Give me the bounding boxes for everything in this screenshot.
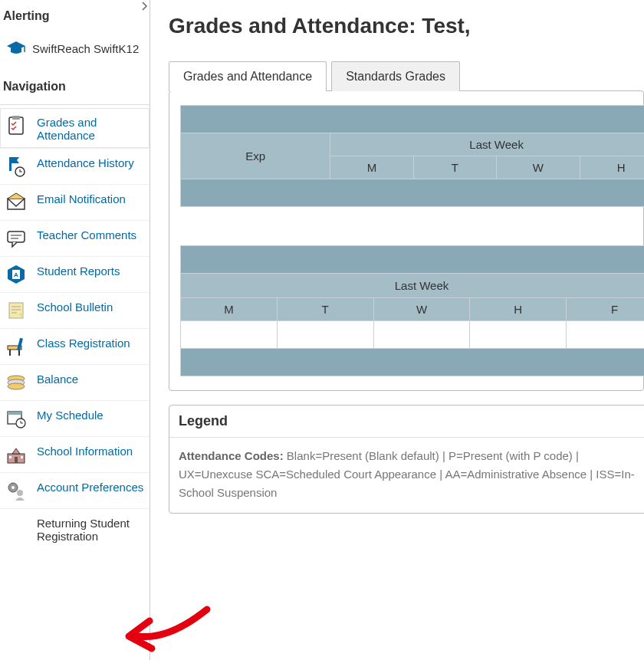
sidebar-item-attendance-history[interactable]: Attendance History bbox=[0, 148, 150, 184]
attendance-panel: Exp Last Week M T W H Last Week M T W bbox=[169, 90, 644, 391]
legend-panel: Legend Attendance Codes: Blank=Present (… bbox=[169, 405, 644, 514]
sidebar-item-label: Email Notification bbox=[37, 191, 126, 205]
sidebar-item-my-schedule[interactable]: My Schedule bbox=[0, 400, 150, 436]
navigation-header: Navigation bbox=[0, 66, 150, 101]
sidebar-item-label: SwiftReach SwiftK12 bbox=[32, 42, 139, 55]
tabs: Grades and Attendance Standards Grades bbox=[169, 61, 644, 91]
col-day: F bbox=[567, 298, 644, 321]
graduation-cap-icon bbox=[5, 37, 28, 60]
sidebar-item-label: Teacher Comments bbox=[37, 227, 136, 241]
table-row bbox=[181, 321, 645, 349]
blank-icon bbox=[5, 515, 28, 538]
legend-title: Legend bbox=[169, 406, 644, 438]
note-icon bbox=[5, 299, 28, 322]
sidebar-item-teacher-comments[interactable]: Teacher Comments bbox=[0, 220, 150, 256]
col-group-last-week: Last Week bbox=[330, 133, 644, 156]
col-day: W bbox=[373, 298, 470, 321]
col-day: W bbox=[497, 156, 580, 179]
tab-grades-attendance[interactable]: Grades and Attendance bbox=[169, 61, 327, 91]
legend-text: Attendance Codes: Blank=Present (Blank d… bbox=[169, 438, 644, 502]
svg-rect-18 bbox=[17, 338, 23, 350]
gear-people-icon bbox=[5, 479, 28, 502]
svg-point-21 bbox=[8, 383, 25, 389]
svg-rect-3 bbox=[9, 157, 12, 171]
svg-rect-2 bbox=[12, 116, 20, 120]
nav-list: Grades and Attendance Attendance History… bbox=[0, 108, 150, 549]
sidebar-item-label: Class Registration bbox=[37, 335, 130, 350]
col-day: T bbox=[277, 298, 373, 321]
sidebar-item-class-registration[interactable]: Class Registration bbox=[0, 328, 150, 364]
sidebar-item-returning-student-registration[interactable]: Returning Student Registration bbox=[0, 508, 150, 549]
alerting-header: Alerting bbox=[0, 6, 150, 31]
svg-rect-26 bbox=[15, 457, 18, 463]
col-day: M bbox=[330, 156, 413, 179]
col-day: M bbox=[181, 298, 278, 321]
col-exp: Exp bbox=[181, 133, 330, 179]
sidebar-item-school-bulletin[interactable]: School Bulletin bbox=[0, 292, 150, 328]
sidebar-item-swiftreach[interactable]: SwiftReach SwiftK12 bbox=[0, 31, 150, 66]
envelope-icon bbox=[5, 191, 28, 214]
svg-rect-1 bbox=[9, 117, 23, 134]
sidebar-item-label: School Bulletin bbox=[37, 299, 113, 314]
flag-clock-icon bbox=[5, 155, 28, 178]
sidebar: Alerting SwiftReach SwiftK12 Navigation … bbox=[0, 0, 150, 660]
svg-point-30 bbox=[12, 486, 15, 489]
collapse-icon[interactable] bbox=[139, 0, 151, 12]
col-day: T bbox=[413, 156, 496, 179]
sidebar-item-label: School Information bbox=[37, 443, 133, 458]
sidebar-item-email-notification[interactable]: Email Notification bbox=[0, 184, 150, 220]
school-building-icon bbox=[5, 443, 28, 466]
sidebar-item-grades-attendance[interactable]: Grades and Attendance bbox=[0, 108, 150, 148]
sidebar-item-account-preferences[interactable]: Account Preferences bbox=[0, 472, 150, 508]
col-day: H bbox=[580, 156, 644, 179]
desk-pencil-icon bbox=[5, 335, 28, 358]
sidebar-item-label: My Schedule bbox=[37, 407, 104, 422]
coins-icon bbox=[5, 371, 28, 394]
svg-rect-27 bbox=[9, 456, 12, 458]
col-day: H bbox=[470, 298, 567, 321]
sidebar-item-label: Returning Student Registration bbox=[37, 515, 145, 543]
tab-standards-grades[interactable]: Standards Grades bbox=[331, 61, 460, 91]
sidebar-item-school-information[interactable]: School Information bbox=[0, 436, 150, 472]
sidebar-item-label: Account Preferences bbox=[37, 479, 143, 494]
attendance-table-2: Last Week M T W H F bbox=[180, 245, 644, 376]
svg-rect-6 bbox=[8, 231, 25, 242]
sidebar-item-label: Balance bbox=[37, 371, 78, 386]
svg-rect-28 bbox=[21, 456, 23, 458]
speech-bubble-icon bbox=[5, 227, 28, 250]
sidebar-item-label: Attendance History bbox=[37, 155, 134, 169]
legend-label: Attendance Codes: bbox=[179, 449, 284, 462]
svg-rect-23 bbox=[8, 412, 21, 415]
svg-text:A: A bbox=[14, 271, 18, 278]
sidebar-item-balance[interactable]: Balance bbox=[0, 364, 150, 400]
hex-doc-icon: A bbox=[5, 263, 28, 286]
sidebar-item-student-reports[interactable]: A Student Reports bbox=[0, 256, 150, 292]
sidebar-item-label: Student Reports bbox=[37, 263, 120, 277]
calendar-clock-icon bbox=[5, 407, 28, 430]
attendance-table-1: Exp Last Week M T W H bbox=[180, 105, 644, 207]
main-content: Grades and Attendance: Test, Grades and … bbox=[150, 0, 644, 660]
clipboard-check-icon bbox=[5, 114, 28, 137]
page-title: Grades and Attendance: Test, bbox=[169, 3, 644, 61]
sidebar-item-label: Grades and Attendance bbox=[37, 114, 145, 142]
svg-point-31 bbox=[17, 490, 23, 496]
col-group-last-week: Last Week bbox=[181, 274, 645, 298]
